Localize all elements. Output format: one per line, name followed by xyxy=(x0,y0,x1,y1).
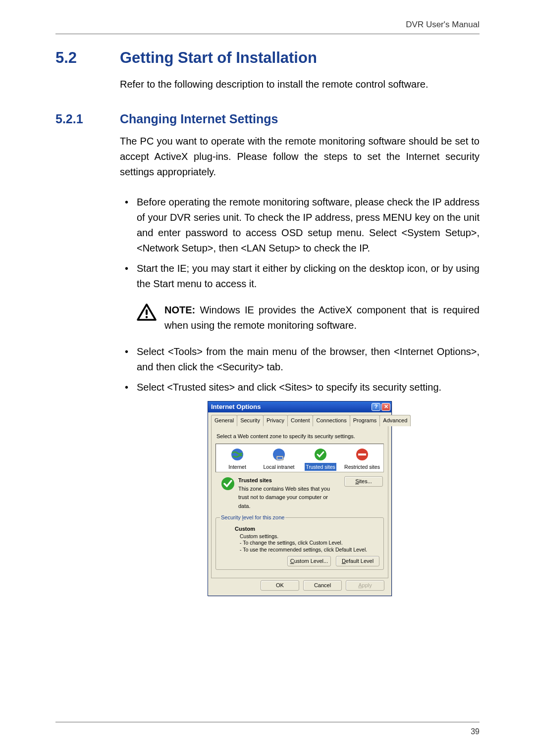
note-text: Windows IE provides the ActiveX componen… xyxy=(164,304,480,331)
tab-programs[interactable]: Programs xyxy=(350,415,380,426)
security-level-desc: - To use the recommended settings, click… xyxy=(240,547,379,554)
subsection-intro: The PC you want to operate with the remo… xyxy=(120,134,480,180)
zone-restricted-sites[interactable]: Restricted sites xyxy=(342,446,382,471)
section-intro: Refer to the following description to in… xyxy=(120,77,480,92)
security-level-group: Security level for this zone Custom Cust… xyxy=(215,513,384,570)
note-label: NOTE: xyxy=(164,304,195,315)
tab-content[interactable]: Content xyxy=(287,415,314,426)
section-heading: 5.2 Getting Start of Installation xyxy=(55,49,480,67)
subsection-number: 5.2.1 xyxy=(55,112,120,126)
page-number: 39 xyxy=(55,727,480,736)
tab-advanced[interactable]: Advanced xyxy=(379,415,411,426)
zone-internet[interactable]: Internet xyxy=(217,446,258,471)
svg-rect-5 xyxy=(277,457,282,459)
subsection-title: Changing Internet Settings xyxy=(120,112,278,126)
dialog-help-button[interactable]: ? xyxy=(372,403,380,411)
zone-label: Trusted sites xyxy=(305,463,336,471)
bullet-list-a: Before operating the remote monitoring s… xyxy=(120,195,480,292)
bullet-list-b: Select <Tools> from the main menu of the… xyxy=(120,344,480,395)
zone-label: Local intranet xyxy=(259,463,299,471)
svg-point-2 xyxy=(231,449,243,460)
zone-selector: Internet Local intranet xyxy=(215,444,384,472)
dialog-titlebar: Internet Options ? ✕ xyxy=(208,402,391,412)
dialog-close-button[interactable]: ✕ xyxy=(381,403,390,411)
tab-security[interactable]: Security xyxy=(237,415,264,426)
note-block: NOTE: Windows IE provides the ActiveX co… xyxy=(137,302,480,333)
trusted-icon xyxy=(220,476,235,491)
list-item: Before operating the remote monitoring s… xyxy=(120,195,480,256)
globe-icon xyxy=(230,447,245,462)
cancel-button[interactable]: Cancel xyxy=(303,580,342,591)
section-number: 5.2 xyxy=(55,49,120,67)
zone-local-intranet[interactable]: Local intranet xyxy=(259,446,299,471)
dialog-tabrow: General Security Privacy Content Connect… xyxy=(211,414,388,426)
restricted-icon xyxy=(355,447,370,462)
dialog-title-text: Internet Options xyxy=(211,402,261,412)
svg-rect-8 xyxy=(358,454,366,455)
default-level-button[interactable]: Default Level xyxy=(336,556,379,566)
subsection-heading: 5.2.1 Changing Internet Settings xyxy=(55,112,480,126)
list-item: Start the IE; you may start it either by… xyxy=(120,261,480,292)
list-item: Select <Trusted sites> and click <Sites>… xyxy=(120,380,480,395)
internet-options-dialog: Internet Options ? ✕ General Security Pr… xyxy=(208,401,392,596)
security-level-desc: - To change the settings, click Custom L… xyxy=(240,540,379,547)
sites-button[interactable]: Sites... xyxy=(344,476,383,487)
tab-general[interactable]: General xyxy=(211,415,237,426)
section-title: Getting Start of Installation xyxy=(120,49,317,67)
header-rule xyxy=(55,34,480,34)
footer-rule xyxy=(55,722,480,722)
sites-button-rest: ites... xyxy=(359,478,372,484)
security-level-desc: Custom settings. xyxy=(240,533,379,540)
svg-point-1 xyxy=(146,316,148,318)
intranet-icon xyxy=(271,447,286,462)
zone-label: Internet xyxy=(217,463,258,471)
warning-icon xyxy=(137,303,157,321)
trusted-zone-title: Trusted sites xyxy=(238,476,341,485)
apply-button[interactable]: Apply xyxy=(346,580,384,591)
zone-instruction: Select a Web content zone to specify its… xyxy=(216,432,383,441)
tab-privacy[interactable]: Privacy xyxy=(263,415,288,426)
security-level-legend: Security level for this zone xyxy=(220,513,285,522)
security-level-name: Custom xyxy=(235,525,379,533)
trusted-zone-desc: This zone contains Web sites that you tr… xyxy=(238,485,341,510)
ok-button[interactable]: OK xyxy=(261,580,299,591)
custom-level-button[interactable]: Custom Level... xyxy=(287,556,331,566)
zone-trusted-sites[interactable]: Trusted sites xyxy=(300,446,341,471)
list-item: Select <Tools> from the main menu of the… xyxy=(120,344,480,375)
zone-label: Restricted sites xyxy=(342,463,382,471)
header-doc-title: DVR User's Manual xyxy=(55,20,480,30)
trusted-icon xyxy=(313,447,328,462)
tab-connections[interactable]: Connections xyxy=(313,415,350,426)
svg-rect-0 xyxy=(146,309,148,315)
